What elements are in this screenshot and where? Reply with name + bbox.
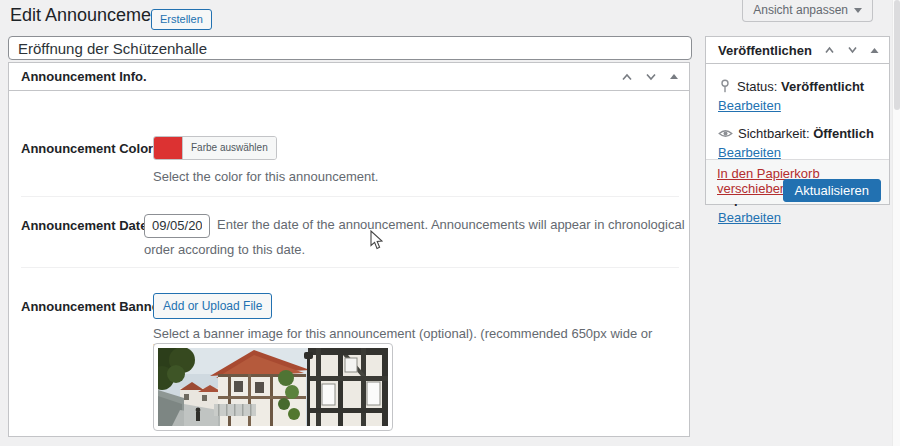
pin-icon (718, 79, 732, 93)
collapse-toggle-button[interactable] (667, 71, 681, 82)
eye-icon (718, 127, 733, 140)
color-field-description: Select the color for this announcement. (153, 169, 378, 184)
caret-down-icon (854, 8, 862, 13)
screen-options-button[interactable]: Ansicht anpassen (742, 0, 873, 22)
visibility-label: Sichtbarkeit: (738, 126, 810, 141)
chevron-down-icon (645, 73, 657, 81)
scrollbar[interactable] (892, 0, 900, 446)
announcement-info-header[interactable]: Announcement Info. (9, 63, 689, 91)
status-value: Veröffentlicht (781, 79, 864, 94)
field-divider (21, 196, 679, 197)
status-edit-link[interactable]: Bearbeiten (718, 98, 781, 113)
color-picker-button[interactable]: Farbe auswählen (153, 136, 277, 160)
move-down-button[interactable] (643, 71, 659, 83)
publish-panel: Veröffentlichen Status: Veröffentlicht B… (705, 36, 890, 205)
triangle-up-icon (870, 47, 879, 54)
update-button[interactable]: Aktualisieren (783, 179, 881, 202)
date-field-description: Enter the date of the announcement. Anno… (144, 217, 685, 257)
visibility-edit-link[interactable]: Bearbeiten (718, 145, 781, 160)
publish-panel-title: Veröffentlichen (706, 43, 812, 58)
visibility-row: Sichtbarkeit: Öffentlich Bearbeiten (718, 125, 877, 163)
move-up-button[interactable] (822, 44, 837, 56)
page-title: Edit Announcement (10, 5, 166, 26)
screen-options-label: Ansicht anpassen (753, 3, 848, 17)
collapse-toggle-button[interactable] (868, 45, 881, 56)
published-edit-link[interactable]: Bearbeiten (718, 210, 781, 225)
scrollbar-thumb[interactable] (894, 0, 900, 110)
upload-file-button[interactable]: Add or Upload File (153, 293, 272, 319)
move-down-button[interactable] (845, 44, 860, 56)
color-swatch (154, 137, 182, 159)
visibility-value: Öffentlich (813, 126, 874, 141)
announcement-info-title: Announcement Info. (9, 69, 147, 84)
triangle-up-icon (669, 73, 679, 80)
panel-handle-actions (822, 44, 889, 56)
date-field-control: Enter the date of the announcement. Anno… (144, 213, 690, 261)
chevron-down-icon (847, 46, 858, 54)
publish-panel-footer: In den Papierkorb verschieben Aktualisie… (706, 159, 889, 204)
color-picker-button-label: Farbe auswählen (182, 137, 276, 159)
banner-field-label: Announcement Banner (21, 299, 164, 314)
move-up-button[interactable] (619, 71, 635, 83)
announcement-info-body: Announcement Color Farbe auswählen Selec… (9, 91, 689, 437)
chevron-up-icon (621, 73, 633, 81)
create-button[interactable]: Erstellen (151, 9, 212, 30)
color-field-label: Announcement Color (21, 141, 153, 156)
status-row: Status: Veröffentlicht Bearbeiten (718, 78, 877, 116)
field-divider (21, 267, 679, 268)
banner-image (158, 348, 388, 426)
status-label: Status: (737, 79, 777, 94)
announcement-title-input[interactable] (8, 36, 692, 60)
panel-handle-actions (619, 71, 689, 83)
announcement-info-panel: Announcement Info. Announcement Color Fa… (8, 62, 690, 437)
banner-image-preview[interactable] (153, 343, 393, 431)
date-input[interactable] (144, 214, 210, 238)
chevron-up-icon (824, 46, 835, 54)
publish-panel-header[interactable]: Veröffentlichen (706, 37, 889, 64)
date-field-label: Announcement Date (21, 218, 147, 233)
